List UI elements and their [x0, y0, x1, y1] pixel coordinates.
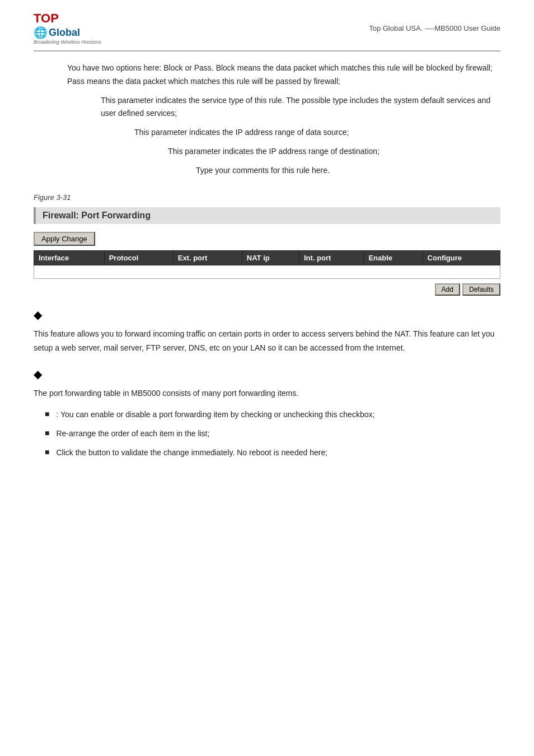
logo-globe-icon: 🌐 — [34, 26, 48, 39]
list-bullet-3: ■ — [45, 447, 49, 456]
apply-change-button[interactable]: Apply Change — [34, 232, 95, 246]
logo-global-text: Global — [49, 27, 80, 39]
body-para-2: This parameter indicates the service typ… — [34, 94, 500, 121]
col-interface: Interface — [34, 250, 105, 265]
port-forwarding-table: Interface Protocol Ext. port NAT ip Int.… — [34, 250, 500, 279]
body-para-3: This parameter indicates the IP address … — [34, 126, 500, 139]
col-ext-port: Ext. port — [173, 250, 242, 265]
body-para-4: This parameter indicates the IP address … — [34, 145, 500, 158]
section2-diamond: ◆ — [34, 367, 500, 381]
list-item-1: ■ : You can enable or disable a port for… — [34, 408, 500, 422]
add-button[interactable]: Add — [435, 283, 460, 296]
col-configure: Configure — [423, 250, 500, 265]
section2-intro: The port forwarding table in MB5000 cons… — [34, 386, 500, 400]
col-enable: Enable — [364, 250, 423, 265]
section1-diamond: ◆ — [34, 308, 500, 321]
page-container: TOP 🌐 Global Broadening Wireless Horizon… — [0, 0, 534, 488]
col-int-port: Int. port — [299, 250, 364, 265]
page-header: TOP 🌐 Global Broadening Wireless Horizon… — [34, 11, 500, 52]
list-item-1-text: : You can enable or disable a port forwa… — [56, 408, 500, 422]
header-title: Top Global USA. ----MB5000 User Guide — [369, 24, 500, 32]
col-protocol: Protocol — [104, 250, 173, 265]
logo-top-text: TOP — [34, 11, 59, 26]
list-item-2-text: Re-arrange the order of each item in the… — [56, 427, 500, 441]
section1-content: This feature allows you to forward incom… — [34, 327, 500, 355]
list-bullet-1: ■ — [45, 409, 49, 418]
body-para-1: You have two options here: Block or Pass… — [34, 62, 500, 88]
table-empty-row — [34, 265, 500, 278]
body-para-5: Type your comments for this rule here. — [34, 164, 500, 178]
logo-tagline: Broadening Wireless Horizons — [34, 39, 101, 45]
defaults-button[interactable]: Defaults — [462, 283, 500, 296]
col-nat-ip: NAT ip — [242, 250, 299, 265]
list-bullet-2: ■ — [45, 428, 49, 437]
list-item-2: ■ Re-arrange the order of each item in t… — [34, 427, 500, 441]
list-item-3-text: Click the button to validate the change … — [56, 446, 500, 460]
table-buttons: Add Defaults — [34, 283, 500, 296]
list-item-3: ■ Click the button to validate the chang… — [34, 446, 500, 460]
section-heading: Firewall: Port Forwarding — [34, 207, 500, 224]
figure-label: Figure 3-31 — [34, 193, 500, 202]
logo-area: TOP 🌐 Global Broadening Wireless Horizon… — [34, 11, 101, 45]
